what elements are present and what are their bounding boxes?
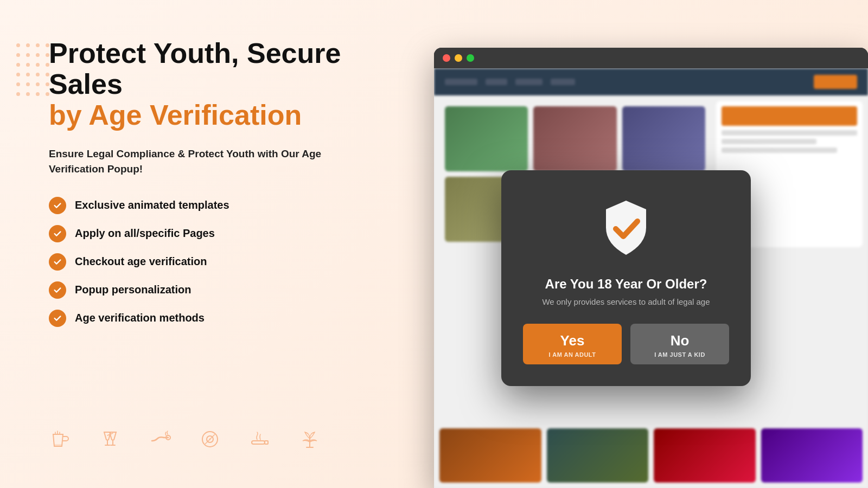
yes-button[interactable]: Yes I AM AN ADULT [523, 324, 622, 364]
no-button[interactable]: No I AM JUST A KID [630, 324, 729, 364]
bottom-icons-row [49, 417, 385, 455]
popup-subtitle: We only provides services to adult of le… [542, 297, 710, 306]
right-panel: Are You 18 Year Or Older? We only provid… [423, 0, 868, 488]
cannabis-icon [298, 428, 321, 455]
no-button-main-text: No [671, 332, 690, 349]
browser-titlebar [434, 48, 868, 68]
fake-card-2 [533, 106, 616, 171]
feature-label-4: Popup personalization [75, 284, 191, 296]
feature-specific-pages: Apply on all/specific Pages [49, 225, 385, 242]
fake-nav-logo [445, 79, 477, 85]
browser-window: Are You 18 Year Or Older? We only provid… [434, 48, 868, 488]
shield-icon [596, 196, 656, 261]
beer-icon [49, 428, 72, 455]
no-button-sub-text: I AM JUST A KID [654, 351, 705, 358]
shield-container [596, 196, 656, 264]
fake-card-3 [622, 106, 705, 171]
fake-nav-link2 [515, 79, 542, 85]
fake-nav-link3 [551, 79, 575, 85]
wine-glasses-icon [99, 428, 122, 455]
fake-side-text-1 [722, 130, 857, 136]
headline-line2: by Age Verification [49, 100, 385, 131]
svg-point-6 [209, 438, 211, 440]
fake-side-button [722, 106, 857, 126]
cigarette-icon [248, 428, 271, 455]
fake-bottom-row [439, 428, 863, 483]
browser-maximize-button[interactable] [467, 54, 474, 62]
svg-rect-0 [54, 444, 62, 446]
check-icon-3 [49, 253, 66, 271]
yes-button-sub-text: I AM AN ADULT [549, 351, 596, 358]
browser-content: Are You 18 Year Or Older? We only provid… [434, 68, 868, 488]
age-verification-popup: Are You 18 Year Or Older? We only provid… [501, 170, 751, 386]
headline-line1: Protect Youth, Secure Sales [49, 38, 385, 100]
fake-nav-link1 [486, 79, 507, 85]
browser-close-button[interactable] [443, 54, 450, 62]
feature-label-2: Apply on all/specific Pages [75, 227, 215, 240]
pipe-icon [149, 428, 171, 455]
fake-bottom-card-1 [439, 428, 541, 483]
yes-button-main-text: Yes [560, 332, 585, 349]
fake-bottom-card-3 [654, 428, 756, 483]
feature-label-5: Age verification methods [75, 312, 205, 324]
fake-side-text-2 [722, 139, 816, 144]
svg-rect-8 [265, 441, 268, 444]
check-icon-1 [49, 197, 66, 214]
feature-label-3: Checkout age verification [75, 255, 207, 268]
check-icon-5 [49, 310, 66, 327]
features-list: Exclusive animated templates Apply on al… [49, 197, 385, 327]
pills-icon [199, 428, 221, 455]
subtitle: Ensure Legal Compliance & Protect Youth … [49, 146, 353, 177]
headline-block: Protect Youth, Secure Sales by Age Verif… [49, 38, 385, 131]
svg-rect-7 [252, 441, 265, 444]
popup-buttons: Yes I AM AN ADULT No I AM JUST A KID [523, 324, 729, 364]
feature-label-1: Exclusive animated templates [75, 199, 229, 211]
feature-popup-personalization: Popup personalization [49, 281, 385, 299]
fake-navbar [434, 68, 868, 95]
check-icon-2 [49, 225, 66, 242]
popup-title: Are You 18 Year Or Older? [545, 277, 707, 292]
fake-bottom-card-4 [761, 428, 863, 483]
left-panel: Protect Youth, Secure Sales by Age Verif… [0, 0, 423, 488]
check-icon-4 [49, 281, 66, 299]
feature-age-methods: Age verification methods [49, 310, 385, 327]
fake-side-text-3 [722, 147, 837, 153]
fake-card-1 [445, 106, 528, 171]
feature-animated-templates: Exclusive animated templates [49, 197, 385, 214]
browser-minimize-button[interactable] [455, 54, 462, 62]
feature-checkout-age: Checkout age verification [49, 253, 385, 271]
fake-bottom-card-2 [547, 428, 649, 483]
fake-nav-cta [814, 75, 857, 89]
dot-grid-decoration [16, 43, 51, 98]
